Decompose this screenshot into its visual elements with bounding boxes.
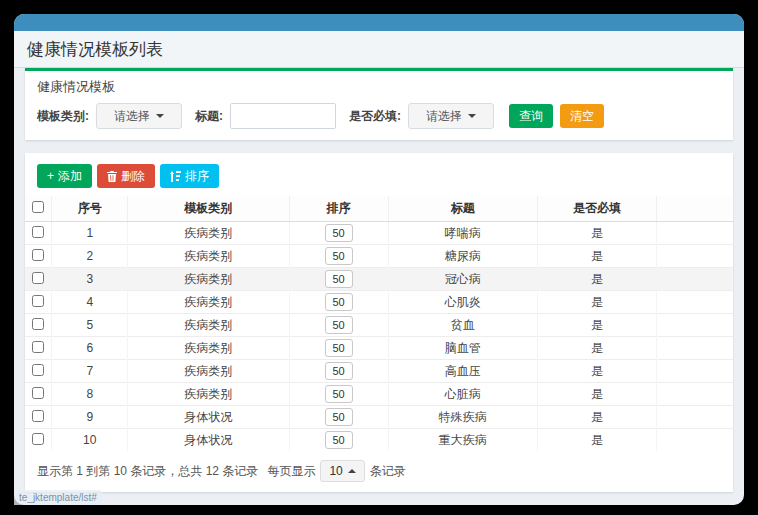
row-index: 2 [52, 245, 128, 268]
title-input[interactable] [230, 103, 336, 129]
row-category: 疾病类别 [128, 222, 289, 245]
row-title: 特殊疾病 [388, 406, 537, 429]
row-sort-input[interactable] [325, 316, 353, 334]
row-index: 8 [52, 383, 128, 406]
row-checkbox[interactable] [32, 272, 44, 284]
row-required: 是 [538, 337, 657, 360]
column-header-category[interactable]: 模板类别 [128, 196, 289, 222]
row-index: 7 [52, 360, 128, 383]
table-panel: + 添加 删除 排序 [25, 153, 733, 492]
category-label: 模板类别: [37, 108, 89, 125]
per-page-select[interactable]: 10 [320, 460, 364, 482]
top-navbar [14, 14, 744, 31]
row-index: 3 [52, 268, 128, 291]
row-empty-cell [656, 383, 733, 406]
row-category: 疾病类别 [128, 360, 289, 383]
table-row[interactable]: 3 疾病类别 冠心病 是 [25, 268, 733, 291]
table-row[interactable]: 5 疾病类别 贫血 是 [25, 314, 733, 337]
table-row[interactable]: 9 身体状况 特殊疾病 是 [25, 406, 733, 429]
search-button[interactable]: 查询 [509, 104, 553, 128]
page-title: 健康情况模板列表 [27, 38, 731, 61]
spacer [14, 140, 744, 153]
row-sort-input[interactable] [325, 270, 353, 288]
row-category: 身体状况 [128, 429, 289, 452]
row-sort-input[interactable] [325, 385, 353, 403]
delete-button-label: 删除 [121, 170, 145, 182]
clear-button[interactable]: 清空 [560, 104, 604, 128]
data-table: 序号 模板类别 排序 标题 是否必填 1 疾病类别 哮喘病 是 2 疾病类别 糖… [25, 196, 733, 451]
trash-icon [107, 171, 117, 182]
column-header-required[interactable]: 是否必填 [538, 196, 657, 222]
row-category: 身体状况 [128, 406, 289, 429]
row-category: 疾病类别 [128, 245, 289, 268]
row-sort-input[interactable] [325, 362, 353, 380]
table-row[interactable]: 4 疾病类别 心肌炎 是 [25, 291, 733, 314]
row-empty-cell [656, 291, 733, 314]
table-row[interactable]: 8 疾病类别 心脏病 是 [25, 383, 733, 406]
row-checkbox[interactable] [32, 318, 44, 330]
category-select[interactable]: 请选择 [96, 103, 182, 129]
sort-button[interactable]: 排序 [160, 164, 219, 188]
title-label: 标题: [195, 108, 223, 125]
table-row[interactable]: 6 疾病类别 脑血管 是 [25, 337, 733, 360]
row-required: 是 [538, 429, 657, 452]
row-checkbox[interactable] [32, 433, 44, 445]
app-window: 健康情况模板列表 健康情况模板 模板类别: 请选择 标题: 是否必填: 请选择 [14, 14, 744, 505]
sort-amount-icon [170, 171, 181, 182]
add-button-label: 添加 [58, 170, 82, 182]
row-empty-cell [656, 314, 733, 337]
row-index: 6 [52, 337, 128, 360]
row-category: 疾病类别 [128, 337, 289, 360]
row-checkbox[interactable] [32, 387, 44, 399]
row-category: 疾病类别 [128, 383, 289, 406]
filter-panel: 健康情况模板 模板类别: 请选择 标题: 是否必填: 请选择 查询 [25, 68, 733, 140]
row-required: 是 [538, 314, 657, 337]
row-checkbox[interactable] [32, 226, 44, 238]
table-toolbar: + 添加 删除 排序 [25, 153, 733, 196]
chevron-down-icon [156, 114, 164, 118]
row-category: 疾病类别 [128, 314, 289, 337]
row-checkbox[interactable] [32, 410, 44, 422]
row-checkbox[interactable] [32, 341, 44, 353]
table-row[interactable]: 2 疾病类别 糖尿病 是 [25, 245, 733, 268]
row-sort-input[interactable] [325, 339, 353, 357]
row-checkbox[interactable] [32, 295, 44, 307]
filter-panel-title: 健康情况模板 [25, 71, 733, 101]
row-empty-cell [656, 429, 733, 452]
row-checkbox[interactable] [32, 364, 44, 376]
row-empty-cell [656, 268, 733, 291]
table-row[interactable]: 7 疾病类别 高血压 是 [25, 360, 733, 383]
column-header-sort[interactable]: 排序 [289, 196, 388, 222]
column-header-title[interactable]: 标题 [388, 196, 537, 222]
row-required: 是 [538, 222, 657, 245]
delete-button[interactable]: 删除 [97, 164, 155, 188]
row-sort-input[interactable] [325, 293, 353, 311]
page-header: 健康情况模板列表 [14, 31, 744, 68]
filter-form: 模板类别: 请选择 标题: 是否必填: 请选择 查询 清空 [37, 103, 721, 129]
row-title: 脑血管 [388, 337, 537, 360]
row-empty-cell [656, 222, 733, 245]
row-category: 疾病类别 [128, 291, 289, 314]
row-title: 重大疾病 [388, 429, 537, 452]
row-category: 疾病类别 [128, 268, 289, 291]
select-all-checkbox[interactable] [32, 201, 44, 213]
chevron-up-icon [348, 469, 356, 473]
row-title: 糖尿病 [388, 245, 537, 268]
row-title: 冠心病 [388, 268, 537, 291]
table-row[interactable]: 1 疾病类别 哮喘病 是 [25, 222, 733, 245]
column-header-empty [656, 196, 733, 222]
row-sort-input[interactable] [325, 408, 353, 426]
row-sort-input[interactable] [325, 431, 353, 449]
add-button[interactable]: + 添加 [37, 164, 92, 188]
row-checkbox[interactable] [32, 249, 44, 261]
column-header-index[interactable]: 序号 [52, 196, 128, 222]
row-empty-cell [656, 406, 733, 429]
row-required: 是 [538, 268, 657, 291]
table-row[interactable]: 10 身体状况 重大疾病 是 [25, 429, 733, 452]
row-sort-input[interactable] [325, 224, 353, 242]
per-page-label: 每页显示 [267, 463, 315, 480]
row-title: 哮喘病 [388, 222, 537, 245]
row-sort-input[interactable] [325, 247, 353, 265]
required-select[interactable]: 请选择 [408, 103, 494, 129]
row-title: 心脏病 [388, 383, 537, 406]
